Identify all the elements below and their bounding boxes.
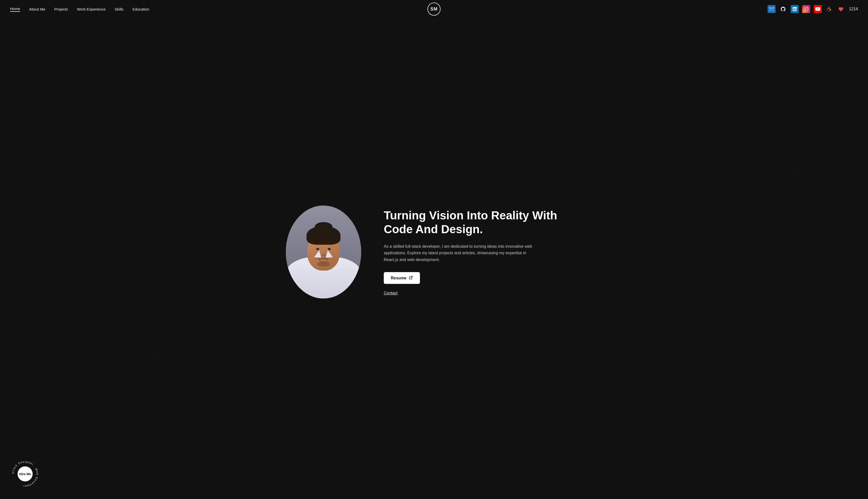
hero-description: As a skilled full-stack developer, I am … — [384, 243, 534, 263]
youtube-icon[interactable] — [814, 5, 822, 13]
social-icons: 1214 — [768, 5, 858, 13]
logo-badge[interactable]: SM — [427, 2, 441, 15]
resume-button[interactable]: Resume — [384, 272, 420, 284]
nav-projects[interactable]: Projects — [54, 7, 68, 11]
svg-line-1 — [411, 276, 412, 278]
instagram-icon[interactable] — [802, 5, 810, 13]
logo-text: SM — [431, 7, 438, 12]
external-link-icon — [409, 276, 413, 280]
resume-label: Resume — [391, 276, 406, 280]
hair — [307, 226, 340, 245]
github-icon[interactable] — [779, 5, 787, 13]
youtube-svg — [815, 7, 820, 11]
hire-me-center-button[interactable]: Hire Me — [17, 466, 33, 482]
nav-work[interactable]: Work Experience — [77, 7, 106, 11]
heart-svg — [838, 7, 844, 12]
mail-icon[interactable] — [768, 5, 775, 13]
leetcode-icon[interactable] — [825, 5, 833, 13]
content-wrapper: Turning Vision Into Reality With Code An… — [283, 204, 585, 300]
navbar: Home About Me Projects Work Experience S… — [0, 0, 868, 18]
profile-oval — [286, 206, 361, 299]
leetcode-svg — [827, 7, 832, 12]
contact-link[interactable]: Contact — [384, 291, 585, 295]
hire-me-badge[interactable]: UI/UX Designer . Web Developer . Hire Me — [10, 459, 40, 489]
linkedin-icon[interactable] — [791, 5, 799, 13]
hero-text: Turning Vision Into Reality With Code An… — [384, 209, 585, 296]
main-content: Turning Vision Into Reality With Code An… — [0, 0, 868, 499]
mail-svg — [769, 7, 774, 11]
github-svg — [780, 6, 786, 12]
collar-left — [314, 250, 322, 258]
like-count: 1214 — [849, 7, 858, 11]
collar-right — [325, 250, 333, 258]
heart-icon[interactable] — [837, 5, 845, 13]
linkedin-svg — [793, 7, 797, 11]
instagram-svg — [804, 7, 808, 11]
profile-image-container — [283, 204, 364, 300]
nav-links: Home About Me Projects Work Experience S… — [10, 7, 149, 12]
nav-about[interactable]: About Me — [29, 7, 45, 11]
nav-home[interactable]: Home — [10, 7, 20, 12]
person-figure — [286, 206, 361, 299]
hero-title: Turning Vision Into Reality With Code An… — [384, 209, 585, 236]
nav-skills[interactable]: Skills — [114, 7, 123, 11]
nav-education[interactable]: Education — [132, 7, 149, 11]
cta-buttons: Resume Contact — [384, 272, 585, 295]
